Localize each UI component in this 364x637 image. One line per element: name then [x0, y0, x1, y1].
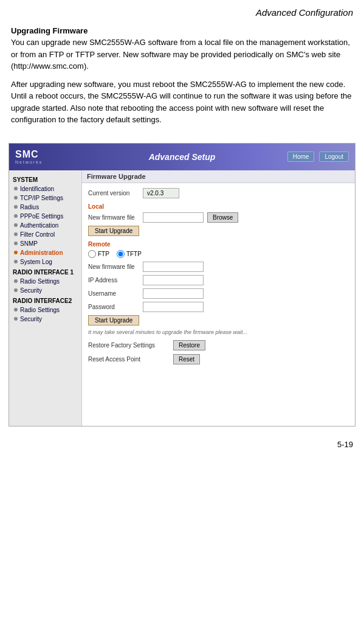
current-version-row: Current version v2.0.3 [88, 188, 349, 198]
sidebar-dot-identification [14, 187, 18, 190]
ip-address-label: IP Address [88, 277, 143, 284]
sidebar-dot-administration [14, 251, 18, 254]
ftp-radio[interactable] [88, 250, 96, 258]
smc-logo-text: SMC [15, 149, 39, 160]
current-version-label: Current version [88, 190, 143, 197]
sidebar-item-pppoe[interactable]: PPPoE Settings [9, 212, 81, 221]
new-firmware-local-label: New firmware file [88, 214, 143, 221]
smc-main-layout: SYSTEM Identification TCP/IP Settings Ra… [9, 170, 355, 426]
sidebar-dot-filter-control [14, 232, 18, 236]
logout-button[interactable]: Logout [319, 151, 349, 162]
page-footer: 5-19 [0, 434, 364, 455]
radio1-section-label: RADIO INTERFACE 1 [9, 266, 81, 277]
smc-logo-sub: Networks [15, 160, 43, 164]
sidebar-label-radio2-security: Security [20, 316, 42, 322]
sidebar-label-pppoe: PPPoE Settings [20, 213, 63, 220]
sidebar-item-radio1-settings[interactable]: Radio Settings [9, 277, 81, 286]
section-title: Upgrading Firmware [11, 26, 353, 35]
home-button[interactable]: Home [287, 151, 315, 162]
sidebar-label-identification: Identification [20, 186, 54, 192]
new-firmware-local-input[interactable] [143, 212, 204, 223]
sidebar-label-snmp: SNMP [20, 240, 38, 247]
username-row: Username [88, 288, 349, 299]
content-page-title: Firmware Upgrade [82, 170, 355, 183]
remote-section-label: Remote [88, 241, 349, 248]
start-upgrade-button-2[interactable]: Start Upgrade [88, 315, 139, 325]
smc-sidebar: SYSTEM Identification TCP/IP Settings Ra… [9, 170, 82, 426]
username-input[interactable] [143, 288, 204, 299]
content-body: Current version v2.0.3 Local New firmwar… [82, 183, 355, 372]
sidebar-item-filter-control[interactable]: Filter Control [9, 230, 81, 239]
sidebar-item-radio2-security[interactable]: Security [9, 315, 81, 324]
ftp-radio-option[interactable]: FTP [88, 250, 109, 258]
sidebar-label-radio1-settings: Radio Settings [20, 278, 60, 285]
new-firmware-local-row: New firmware file Browse [88, 212, 349, 223]
sidebar-label-authentication: Authentication [20, 222, 58, 229]
sidebar-dot-authentication [14, 223, 18, 227]
sidebar-dot-snmp [14, 242, 18, 245]
ftp-label: FTP [98, 251, 109, 257]
protocol-radio-row: FTP TFTP [88, 250, 349, 258]
sidebar-dot-radio2-settings [14, 308, 18, 312]
sidebar-dot-system-log [14, 260, 18, 263]
smc-logo: SMC Networks [15, 149, 43, 164]
smc-header-title: Advanced Setup [149, 152, 216, 162]
sidebar-label-radio2-settings: Radio Settings [20, 307, 60, 313]
restore-button[interactable]: Restore [173, 340, 205, 350]
password-label: Password [88, 304, 143, 310]
username-label: Username [88, 290, 143, 297]
sidebar-dot-radio1-settings [14, 279, 18, 283]
sidebar-dot-radius [14, 205, 18, 209]
screenshot-container: SMC Networks Advanced Setup Home Logout … [9, 143, 355, 426]
password-row: Password [88, 302, 349, 312]
sidebar-item-radius[interactable]: Radius [9, 203, 81, 212]
reset-ap-row: Reset Access Point Reset [88, 354, 349, 364]
section-paragraph-2: After upgrading new software, you must r… [11, 78, 353, 126]
section-paragraph-1: You can upgrade new SMC2555W-AG software… [11, 37, 353, 72]
page-content: Upgrading Firmware You can upgrade new S… [0, 21, 364, 138]
sidebar-dot-radio2-security [14, 317, 18, 321]
new-firmware-remote-label: New firmware file [88, 263, 143, 270]
reset-button[interactable]: Reset [173, 354, 200, 364]
sidebar-item-snmp[interactable]: SNMP [9, 239, 81, 248]
sidebar-item-system-log[interactable]: System Log [9, 257, 81, 266]
sidebar-dot-tcpip [14, 196, 18, 200]
ip-address-input[interactable] [143, 275, 204, 285]
tftp-radio[interactable] [117, 250, 125, 258]
system-section-label: SYSTEM [9, 174, 81, 184]
sidebar-label-radio1-security: Security [20, 287, 42, 294]
sidebar-dot-radio1-security [14, 288, 18, 292]
sidebar-item-tcpip[interactable]: TCP/IP Settings [9, 193, 81, 203]
sidebar-item-administration[interactable]: Administration [9, 248, 81, 257]
sidebar-dot-pppoe [14, 214, 18, 218]
smc-header: SMC Networks Advanced Setup Home Logout [9, 144, 355, 170]
sidebar-item-radio1-security[interactable]: Security [9, 286, 81, 295]
local-section-label: Local [88, 203, 349, 210]
new-firmware-remote-input[interactable] [143, 262, 204, 272]
sidebar-label-system-log: System Log [20, 259, 52, 265]
start-upgrade-button-1[interactable]: Start Upgrade [88, 226, 139, 236]
ip-address-row: IP Address [88, 275, 349, 285]
header-title: Advanced Configuration [256, 7, 353, 18]
page-header: Advanced Configuration [0, 0, 364, 21]
current-version-value: v2.0.3 [143, 188, 179, 198]
radio2-section-label: RADIO INTERFACE2 [9, 295, 81, 305]
new-firmware-remote-row: New firmware file [88, 262, 349, 272]
password-input[interactable] [143, 302, 204, 312]
reset-ap-label: Reset Access Point [88, 356, 173, 363]
sidebar-label-tcpip: TCP/IP Settings [20, 195, 63, 201]
smc-header-nav: Home Logout [287, 151, 349, 162]
sidebar-item-authentication[interactable]: Authentication [9, 221, 81, 230]
restore-factory-row: Restore Factory Settings Restore [88, 340, 349, 350]
browse-button[interactable]: Browse [207, 212, 238, 223]
sidebar-item-identification[interactable]: Identification [9, 184, 81, 193]
page-number: 5-19 [337, 440, 353, 449]
sidebar-label-filter-control: Filter Control [20, 231, 55, 238]
upgrade-note: It may take several minutes to upgrade t… [88, 329, 349, 335]
smc-content-area: Firmware Upgrade Current version v2.0.3 … [82, 170, 355, 426]
sidebar-label-radius: Radius [20, 204, 39, 211]
sidebar-label-administration: Administration [20, 249, 63, 256]
sidebar-item-radio2-settings[interactable]: Radio Settings [9, 305, 81, 315]
tftp-radio-option[interactable]: TFTP [117, 250, 142, 258]
restore-factory-label: Restore Factory Settings [88, 342, 173, 349]
